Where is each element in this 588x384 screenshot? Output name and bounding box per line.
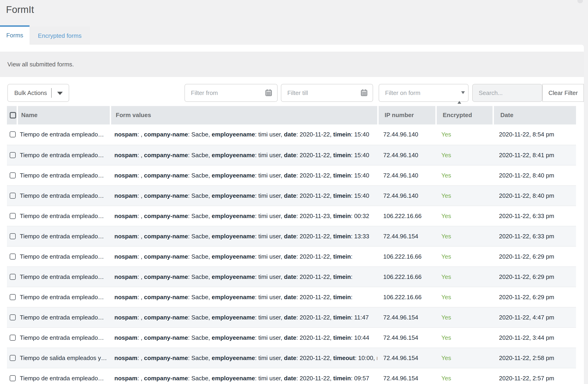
encrypted-status: Yes — [435, 186, 493, 206]
ip-number: 72.44.96.154 — [377, 226, 435, 246]
table-row[interactable]: Tiempo de entrada empleado…nospam: , com… — [7, 206, 576, 226]
tab-forms[interactable]: Forms — [0, 25, 29, 45]
form-name: Tiempo de entrada empleado… — [17, 206, 110, 226]
row-checkbox[interactable] — [10, 375, 16, 381]
form-values: nospam: , company-name: Sacbe, employeen… — [110, 348, 377, 368]
form-values: nospam: , company-name: Sacbe, employeen… — [110, 267, 377, 287]
encrypted-status: Yes — [435, 368, 493, 384]
table-row[interactable]: Tiempo de entrada empleado…nospam: , com… — [7, 226, 576, 246]
ip-number: 106.222.16.66 — [377, 206, 435, 226]
filter-till-input[interactable] — [281, 84, 373, 102]
row-checkbox[interactable] — [10, 233, 16, 239]
row-checkbox[interactable] — [10, 355, 16, 361]
encrypted-status: Yes — [435, 145, 493, 165]
encrypted-status: Yes — [435, 348, 493, 368]
table-row[interactable]: Tiempo de entrada empleado…nospam: , com… — [7, 287, 576, 307]
search-field — [472, 84, 542, 102]
filter-on-form-placeholder: Filter on form — [385, 89, 420, 96]
submission-date: 2020-11-22, 2:58 pm — [493, 348, 576, 368]
row-checkbox-cell — [7, 165, 17, 185]
form-values: nospam: , company-name: Sacbe, employeen… — [110, 307, 377, 327]
filter-from-field — [185, 84, 278, 102]
submission-date: 2020-11-22, 3:44 pm — [493, 328, 576, 348]
row-checkbox-cell — [7, 287, 17, 307]
form-name: Tiempo de entrada empleado… — [17, 267, 110, 287]
column-header-ip-number[interactable]: IP number — [377, 106, 435, 124]
row-checkbox[interactable] — [10, 314, 16, 320]
row-checkbox[interactable] — [10, 131, 16, 137]
filter-on-form-select[interactable]: Filter on form — [379, 84, 469, 102]
ip-number: 72.44.96.154 — [377, 328, 435, 348]
formit-page: FormIt Forms Encrypted forms View all su… — [0, 0, 588, 384]
form-name: Tiempo de entrada empleado… — [17, 124, 110, 145]
form-values: nospam: , company-name: Sacbe, employeen… — [110, 247, 377, 266]
row-checkbox-cell — [7, 124, 17, 145]
calendar-icon — [361, 89, 368, 96]
table-row[interactable]: Tiempo de salida empleados y…nospam: , c… — [7, 348, 576, 368]
form-name: Tiempo de entrada empleado… — [17, 226, 110, 246]
bulk-actions-button[interactable]: Bulk Actions — [7, 84, 69, 102]
submission-date: 2020-11-22, 4:47 pm — [493, 307, 576, 327]
column-header-encrypted[interactable]: Encrypted — [435, 106, 493, 124]
filter-till-field — [281, 84, 373, 102]
column-header-date[interactable]: Date — [493, 106, 576, 124]
form-values: nospam: , company-name: Sacbe, employeen… — [110, 145, 377, 165]
table-row[interactable]: Tiempo de entrada empleado…nospam: , com… — [7, 327, 576, 348]
submission-date: 2020-11-22, 8:54 pm — [493, 124, 576, 145]
table-header: Name Form values IP number Encrypted Dat… — [7, 106, 576, 124]
encrypted-status: Yes — [435, 328, 493, 348]
form-values: nospam: , company-name: Sacbe, employeen… — [110, 328, 377, 348]
table-row[interactable]: Tiempo de entrada empleado…nospam: , com… — [7, 165, 576, 185]
submission-date: 2020-11-22, 8:41 pm — [493, 145, 576, 165]
form-values: nospam: , company-name: Sacbe, employeen… — [110, 206, 377, 226]
select-arrows-icon — [458, 89, 462, 106]
form-name: Tiempo de entrada empleado… — [17, 186, 110, 206]
submission-date: 2020-11-22, 6:29 pm — [493, 247, 576, 266]
encrypted-status: Yes — [435, 206, 493, 226]
row-checkbox-cell — [7, 206, 17, 226]
table-row[interactable]: Tiempo de entrada empleado…nospam: , com… — [7, 145, 576, 165]
row-checkbox[interactable] — [10, 193, 16, 199]
header-checkbox-cell — [7, 106, 17, 124]
filter-from-input[interactable] — [185, 84, 278, 102]
page-title: FormIt — [6, 4, 34, 15]
form-name: Tiempo de entrada empleado… — [17, 307, 110, 327]
table-row[interactable]: Tiempo de entrada empleado…nospam: , com… — [7, 124, 576, 145]
ip-number: 106.222.16.66 — [377, 287, 435, 307]
form-name: Tiempo de entrada empleado… — [17, 145, 110, 165]
row-checkbox[interactable] — [10, 152, 16, 158]
table-row[interactable]: Tiempo de entrada empleado…nospam: , com… — [7, 368, 576, 384]
column-header-name[interactable]: Name — [17, 106, 110, 124]
row-checkbox[interactable] — [10, 335, 16, 341]
submission-date: 2020-11-22, 6:33 pm — [493, 206, 576, 226]
ip-number: 106.222.16.66 — [377, 247, 435, 266]
submission-date: 2020-11-22, 6:33 pm — [493, 226, 576, 246]
row-checkbox[interactable] — [10, 172, 16, 178]
encrypted-status: Yes — [435, 267, 493, 287]
table-row[interactable]: Tiempo de entrada empleado…nospam: , com… — [7, 185, 576, 206]
scrollbar-thumb[interactable] — [577, 0, 583, 3]
tab-encrypted-forms[interactable]: Encrypted forms — [29, 27, 90, 45]
search-input[interactable] — [472, 84, 542, 102]
row-checkbox-cell — [7, 348, 17, 368]
column-header-form-values[interactable]: Form values — [110, 106, 377, 124]
form-values: nospam: , company-name: Sacbe, employeen… — [110, 226, 377, 246]
ip-number: 72.44.96.154 — [377, 307, 435, 327]
row-checkbox-cell — [7, 247, 17, 266]
table-row[interactable]: Tiempo de entrada empleado…nospam: , com… — [7, 266, 576, 287]
view-description: View all submitted forms. — [0, 52, 584, 77]
row-checkbox[interactable] — [10, 254, 16, 260]
clear-filter-button[interactable]: Clear Filter — [542, 84, 584, 102]
select-all-checkbox[interactable] — [10, 112, 16, 119]
table-row[interactable]: Tiempo de entrada empleado…nospam: , com… — [7, 246, 576, 266]
chevron-down-icon — [57, 92, 63, 95]
form-values: nospam: , company-name: Sacbe, employeen… — [110, 186, 377, 206]
ip-number: 72.44.96.140 — [377, 186, 435, 206]
form-values: nospam: , company-name: Sacbe, employeen… — [110, 165, 377, 185]
encrypted-status: Yes — [435, 287, 493, 307]
row-checkbox[interactable] — [10, 213, 16, 219]
calendar-icon — [265, 89, 272, 96]
row-checkbox[interactable] — [10, 274, 16, 280]
row-checkbox[interactable] — [10, 294, 16, 300]
table-row[interactable]: Tiempo de entrada empleado…nospam: , com… — [7, 307, 576, 327]
